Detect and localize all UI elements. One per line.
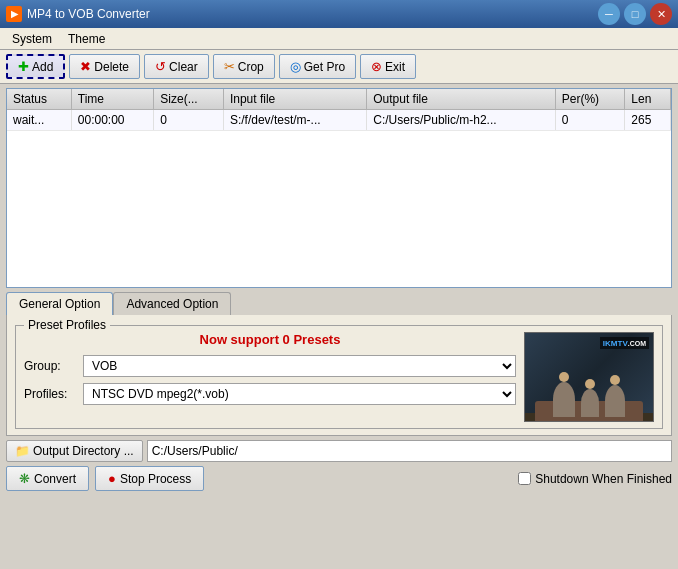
table-header-row: Status Time Size(... Input file Output f… (7, 89, 671, 110)
preset-thumbnail: IKMTV.COM (524, 332, 654, 422)
preset-left: Now support 0 Presets Group: VOB AVI MP4… (24, 332, 516, 411)
getpro-label: Get Pro (304, 60, 345, 74)
profiles-label: Profiles: (24, 387, 79, 401)
stop-icon: ● (108, 471, 116, 486)
figure-3-head (610, 375, 620, 385)
preset-section: Preset Profiles Now support 0 Presets Gr… (6, 315, 672, 436)
file-table: Status Time Size(... Input file Output f… (7, 89, 671, 131)
preset-group-box: Preset Profiles Now support 0 Presets Gr… (15, 325, 663, 429)
thumb-logo: IKMTV.COM (600, 337, 649, 349)
output-dir-bar: 📁 Output Directory ... (6, 440, 672, 462)
bottom-bar: ❋ Convert ● Stop Process Shutdown When F… (6, 466, 672, 491)
thumb-logo-text: IKMTV (603, 339, 628, 348)
profiles-select[interactable]: NTSC DVD mpeg2(*.vob) PAL DVD mpeg2(*.vo… (83, 383, 516, 405)
toolbar: ✚ Add ✖ Delete ↺ Clear ✂ Crop ◎ Get Pro … (0, 50, 678, 84)
group-row: Group: VOB AVI MP4 MKV (24, 355, 516, 377)
col-output: Output file (367, 89, 555, 110)
preset-content: Now support 0 Presets Group: VOB AVI MP4… (24, 332, 654, 422)
col-per: Per(%) (555, 89, 625, 110)
group-select[interactable]: VOB AVI MP4 MKV (83, 355, 516, 377)
menu-bar: System Theme (0, 28, 678, 50)
col-time: Time (71, 89, 154, 110)
cell-time: 00:00:00 (71, 110, 154, 131)
figure-2-head (585, 379, 595, 389)
col-size: Size(... (154, 89, 224, 110)
cell-per: 0 (555, 110, 625, 131)
clear-button[interactable]: ↺ Clear (144, 54, 209, 79)
cell-status: wait... (7, 110, 71, 131)
minimize-button[interactable]: ─ (598, 3, 620, 25)
add-label: Add (32, 60, 53, 74)
folder-icon: 📁 (15, 444, 30, 458)
app-icon: ▶ (6, 6, 22, 22)
delete-icon: ✖ (80, 59, 91, 74)
menu-item-system[interactable]: System (4, 30, 60, 48)
crop-icon: ✂ (224, 59, 235, 74)
cell-size: 0 (154, 110, 224, 131)
app-title: MP4 to VOB Converter (27, 7, 598, 21)
tab-general[interactable]: General Option (6, 292, 113, 315)
exit-label: Exit (385, 60, 405, 74)
tab-advanced[interactable]: Advanced Option (113, 292, 231, 315)
clear-icon: ↺ (155, 59, 166, 74)
output-dir-input[interactable] (147, 440, 672, 462)
delete-button[interactable]: ✖ Delete (69, 54, 140, 79)
output-dir-label: Output Directory ... (33, 444, 134, 458)
cell-output: C:/Users/Public/m-h2... (367, 110, 555, 131)
table-row[interactable]: wait... 00:00:00 0 S:/f/dev/test/m-... C… (7, 110, 671, 131)
preset-legend: Preset Profiles (24, 318, 110, 332)
convert-icon: ❋ (19, 471, 30, 486)
tabs-bar: General Option Advanced Option (6, 292, 672, 315)
preset-support-text: Now support 0 Presets (24, 332, 516, 347)
window-controls: ─ □ ✕ (598, 3, 672, 25)
file-list[interactable]: Status Time Size(... Input file Output f… (6, 88, 672, 288)
maximize-button[interactable]: □ (624, 3, 646, 25)
stop-process-button[interactable]: ● Stop Process (95, 466, 204, 491)
convert-label: Convert (34, 472, 76, 486)
group-label: Group: (24, 359, 79, 373)
col-status: Status (7, 89, 71, 110)
title-bar: ▶ MP4 to VOB Converter ─ □ ✕ (0, 0, 678, 28)
close-button[interactable]: ✕ (650, 3, 672, 25)
cell-input: S:/f/dev/test/m-... (223, 110, 366, 131)
getpro-icon: ◎ (290, 59, 301, 74)
shutdown-checkbox-container: Shutdown When Finished (518, 472, 672, 486)
thumb-figures (525, 368, 653, 421)
crop-label: Crop (238, 60, 264, 74)
col-input: Input file (223, 89, 366, 110)
figure-1-head (559, 372, 569, 382)
clear-label: Clear (169, 60, 198, 74)
get-pro-button[interactable]: ◎ Get Pro (279, 54, 356, 79)
add-button[interactable]: ✚ Add (6, 54, 65, 79)
thumb-logo-sub: .COM (628, 340, 646, 347)
add-icon: ✚ (18, 59, 29, 74)
output-directory-button[interactable]: 📁 Output Directory ... (6, 440, 143, 462)
profiles-row: Profiles: NTSC DVD mpeg2(*.vob) PAL DVD … (24, 383, 516, 405)
figure-3 (605, 385, 625, 417)
menu-item-theme[interactable]: Theme (60, 30, 113, 48)
figure-2 (581, 389, 599, 417)
delete-label: Delete (94, 60, 129, 74)
col-len: Len (625, 89, 671, 110)
cell-len: 265 (625, 110, 671, 131)
exit-icon: ⊗ (371, 59, 382, 74)
shutdown-checkbox[interactable] (518, 472, 531, 485)
thumbnail-content: IKMTV.COM (525, 333, 653, 421)
stop-label: Stop Process (120, 472, 191, 486)
exit-button[interactable]: ⊗ Exit (360, 54, 416, 79)
shutdown-label: Shutdown When Finished (535, 472, 672, 486)
figure-1 (553, 382, 575, 417)
crop-button[interactable]: ✂ Crop (213, 54, 275, 79)
convert-button[interactable]: ❋ Convert (6, 466, 89, 491)
